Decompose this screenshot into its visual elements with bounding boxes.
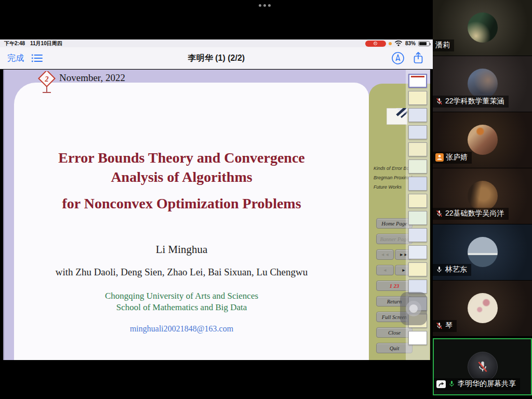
slide-affiliation: Chongqing University of Arts and Science… — [4, 290, 359, 314]
more-indicator[interactable] — [259, 4, 271, 7]
page-thumbnail[interactable] — [408, 228, 427, 242]
page-thumbnail[interactable] — [408, 108, 427, 122]
assistive-touch-button[interactable] — [400, 292, 427, 325]
participant-avatar — [468, 181, 498, 211]
participant-avatar — [468, 12, 498, 43]
mic-icon — [435, 265, 443, 274]
screenshare-icon — [436, 380, 446, 388]
participant-namebar: 李明华的屏幕共享 — [434, 378, 520, 390]
page-thumbnail[interactable] — [408, 125, 427, 139]
participant-tile[interactable]: 张庐婧 — [433, 112, 532, 168]
battery-percent: 83% — [405, 41, 416, 46]
participant-name: 潘莉 — [435, 41, 450, 50]
page-thumbnail[interactable] — [408, 331, 427, 345]
pdf-toolbar: 完成 李明华 (1) (2/2) — [0, 47, 433, 69]
slide-coauthors: with Zhu Daoli, Deng Sien, Zhao Lei, Bai… — [4, 267, 359, 278]
prev-button[interactable]: ◄ — [376, 265, 394, 275]
participant-namebar: 22学科数学董茉涵 — [433, 96, 509, 108]
slide-email-link[interactable]: minghuali20021848@163.com — [4, 324, 359, 334]
participant-tile[interactable]: 林艺东 — [433, 224, 532, 280]
shared-screen-region: 下午2:48 11月10日周四 83% 完成 李明华 (1) (2/2) — [0, 39, 433, 360]
participant-namebar: 林艺东 — [433, 264, 471, 276]
wifi-icon — [394, 40, 403, 47]
slide-page: 2 November, 2022 Error Bounds Theory and… — [3, 70, 430, 360]
slide-title-line3: for Nonconvex Optimization Problems — [4, 195, 359, 212]
participant-namebar: 张庐婧 — [433, 152, 472, 164]
participant-avatar — [468, 352, 498, 382]
participant-namebar: 潘莉 — [433, 39, 454, 51]
page-thumbnail[interactable] — [408, 245, 427, 259]
page-thumbnail[interactable] — [408, 262, 427, 276]
participant-name: 林艺东 — [445, 265, 467, 274]
fast-prev-button[interactable]: ◄◄ — [376, 249, 394, 260]
status-time: 下午2:48 — [4, 40, 25, 47]
participant-avatar — [468, 237, 498, 267]
page-thumbnail[interactable] — [408, 211, 427, 225]
page-thumbnail[interactable] — [408, 74, 427, 88]
mic-in-use-dot — [389, 42, 392, 45]
participant-avatar — [468, 293, 498, 323]
page-thumbnail[interactable] — [408, 142, 427, 156]
envelope-graphic — [387, 108, 407, 127]
page-thumbnail[interactable] — [408, 280, 427, 294]
page-thumbnail[interactable] — [408, 194, 427, 208]
participant-name: 李明华的屏幕共享 — [458, 379, 516, 389]
participant-tile[interactable]: 琴 — [433, 281, 532, 336]
participant-avatar — [468, 125, 498, 155]
mic-muted-icon — [435, 209, 443, 218]
slide-title: Error Bounds Theory and Convergence Anal… — [4, 149, 359, 187]
participant-name: 22基础数学吴尚洋 — [445, 209, 504, 218]
participant-namebar: 琴 — [433, 320, 457, 332]
status-date: 11月10日周四 — [30, 40, 62, 47]
participant-namebar: 22基础数学吴尚洋 — [433, 208, 509, 220]
page-thumbnail[interactable] — [408, 159, 427, 174]
page-thumbnail[interactable] — [408, 91, 427, 105]
participant-name: 琴 — [445, 321, 453, 330]
participant-name: 张庐婧 — [446, 153, 468, 162]
slide-author: Li Minghua — [4, 243, 359, 256]
member-icon — [435, 153, 444, 162]
participant-tile[interactable]: 22学科数学董茉涵 — [433, 56, 532, 112]
screen-recording-indicator[interactable] — [365, 41, 386, 47]
participant-tile[interactable]: 潘莉 — [433, 0, 532, 56]
conference-screen: 下午2:48 11月10日周四 83% 完成 李明华 (1) (2/2) — [0, 0, 532, 399]
pdf-view: 2 November, 2022 Error Bounds Theory and… — [0, 70, 433, 360]
mic-muted-icon — [435, 322, 443, 330]
participant-name: 22学科数学董茉涵 — [445, 97, 504, 106]
participant-tile[interactable]: 22基础数学吴尚洋 — [433, 168, 532, 224]
mic-muted-icon — [435, 97, 443, 105]
battery-icon — [418, 41, 430, 46]
document-title: 李明华 (1) (2/2) — [0, 53, 433, 64]
page-thumbnail[interactable] — [408, 177, 427, 191]
mic-icon — [448, 380, 456, 388]
annotate-pen-icon[interactable] — [391, 51, 405, 67]
share-icon[interactable] — [412, 51, 424, 67]
participant-tile[interactable]: 李明华的屏幕共享 — [433, 338, 532, 395]
participant-sidebar: 潘莉 22学 — [433, 0, 532, 399]
status-bar: 下午2:48 11月10日周四 83% — [0, 39, 433, 47]
muted-mic-avatar-icon — [476, 360, 489, 374]
participant-avatar — [468, 69, 498, 99]
